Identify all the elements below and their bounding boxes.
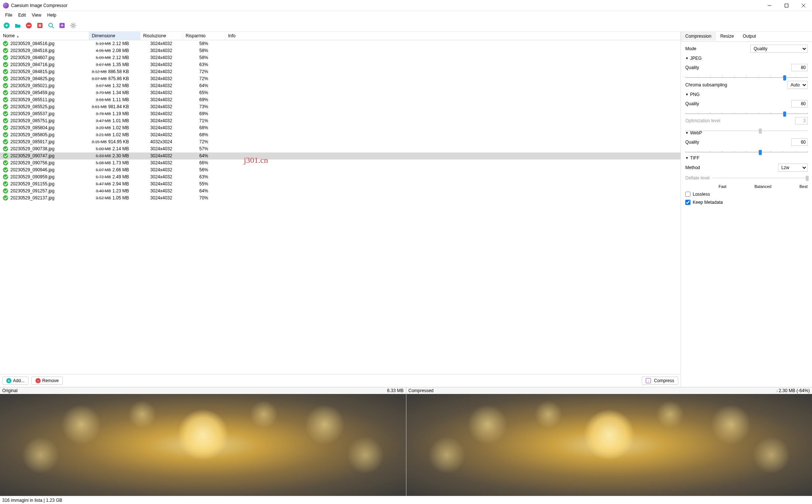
file-resolution: 3024x4032 [140, 117, 182, 124]
table-row[interactable]: 20230529_091155.jpg6.47 MB2.94 MB3024x40… [0, 181, 680, 188]
table-row[interactable]: 20230529_085021.jpg3.67 MB1.32 MB3024x40… [0, 82, 680, 89]
maximize-button[interactable] [778, 0, 795, 11]
table-row[interactable]: 20230529_085804.jpg3.20 MB1.02 MB3024x40… [0, 124, 680, 131]
jpeg-quality-input[interactable] [791, 64, 808, 71]
file-name: 20230529_092137.jpg [10, 195, 54, 200]
add-button[interactable]: +Add... [2, 377, 28, 385]
table-row[interactable]: 20230529_084607.jpg5.09 MB2.12 MB3024x40… [0, 54, 680, 61]
settings-icon[interactable] [69, 21, 78, 30]
table-row[interactable]: 20230529_090946.jpg6.07 MB2.66 MB3024x40… [0, 167, 680, 174]
new-size: 1.02 MB [112, 125, 129, 130]
close-button[interactable] [795, 0, 812, 11]
file-table[interactable]: Nome▲ Dimensione Risoluzione Risparmio I… [0, 32, 680, 374]
table-row[interactable]: 20230529_084815.jpg3.12 MB886.58 KB3024x… [0, 68, 680, 75]
table-row[interactable]: 20230529_084825.jpg3.07 MB875.86 KB3024x… [0, 75, 680, 82]
new-size: 2.12 MB [112, 41, 129, 46]
table-row[interactable]: 20230529_085537.jpg3.78 MB1.19 MB3024x40… [0, 110, 680, 117]
col-size[interactable]: Dimensione [89, 32, 140, 40]
table-row[interactable]: 20230529_091257.jpg3.40 MB1.23 MB3024x40… [0, 188, 680, 195]
file-name: 20230529_091155.jpg [10, 181, 54, 186]
table-row[interactable]: 20230529_090738.jpg5.00 MB2.14 MB3024x40… [0, 145, 680, 152]
file-resolution: 3024x4032 [140, 167, 182, 174]
jpeg-quality-label: Quality [685, 65, 699, 70]
lossless-checkbox[interactable] [685, 192, 690, 197]
new-size: 1.01 MB [112, 118, 129, 123]
compress-icon[interactable] [58, 21, 66, 30]
section-webp[interactable]: ▼WebP [685, 130, 808, 136]
new-size: 2.94 MB [112, 181, 129, 186]
add-folder-icon[interactable] [13, 21, 22, 30]
table-row[interactable]: 20230529_085805.jpg3.21 MB1.02 MB3024x40… [0, 131, 680, 138]
col-info[interactable]: Info [225, 32, 680, 40]
lossless-label: Lossless [693, 192, 710, 197]
tab-resize[interactable]: Resize [716, 32, 738, 41]
table-row[interactable]: 20230529_085525.jpg3.61 MB981.84 KB3024x… [0, 103, 680, 110]
file-savings: 71% [182, 117, 225, 124]
table-row[interactable]: 20230529_090747.jpg6.33 MB2.30 MB3024x40… [0, 152, 680, 160]
menu-view[interactable]: View [29, 12, 44, 18]
table-row[interactable]: 20230529_084518.jpg4.95 MB2.08 MB3024x40… [0, 47, 680, 54]
add-files-icon[interactable] [2, 21, 11, 30]
old-size: 3.78 MB [96, 112, 111, 116]
new-size: 1.32 MB [112, 83, 129, 88]
compress-button[interactable]: ↓Compress [642, 377, 678, 385]
original-preview[interactable] [0, 394, 406, 496]
section-png[interactable]: ▼PNG [685, 92, 808, 97]
col-name[interactable]: Nome▲ [0, 32, 89, 40]
svg-line-23 [75, 23, 75, 24]
triangle-down-icon: ▼ [685, 93, 689, 96]
table-row[interactable]: 20230529_085917.jpg3.15 MB914.95 KB4032x… [0, 138, 680, 145]
file-savings: 64% [182, 82, 225, 89]
method-select[interactable]: Lzw [778, 164, 808, 172]
table-row[interactable]: 20230529_085511.jpg3.56 MB1.11 MB3024x40… [0, 96, 680, 103]
check-icon [3, 132, 8, 137]
file-resolution: 3024x4032 [140, 61, 182, 68]
preview-icon[interactable] [47, 21, 55, 30]
new-size: 981.84 KB [108, 104, 129, 109]
png-quality-input[interactable] [791, 100, 808, 107]
file-resolution: 3024x4032 [140, 82, 182, 89]
col-resolution[interactable]: Risoluzione [140, 32, 182, 40]
bottom-bar: +Add... −Remove ↓Compress [0, 374, 680, 387]
table-row[interactable]: 20230529_084716.jpg3.67 MB1.35 MB3024x40… [0, 61, 680, 68]
table-row[interactable]: 20230529_085459.jpg3.79 MB1.34 MB3024x40… [0, 89, 680, 96]
triangle-down-icon: ▼ [685, 131, 689, 135]
mode-select[interactable]: Quality [750, 45, 808, 53]
tab-compression[interactable]: Compression [681, 32, 716, 41]
file-name: 20230529_085525.jpg [10, 104, 54, 109]
old-size: 3.40 MB [96, 189, 111, 193]
section-jpeg[interactable]: ▼JPEG [685, 56, 808, 61]
deflate-best: Best [799, 184, 808, 189]
old-size: 3.47 MB [96, 119, 111, 123]
file-savings: 55% [182, 181, 225, 188]
clear-icon[interactable] [35, 21, 44, 30]
table-row[interactable]: 20230529_090959.jpg6.72 MB2.49 MB3024x40… [0, 174, 680, 181]
table-row[interactable]: 20230529_092137.jpg3.52 MB1.05 MB3024x40… [0, 195, 680, 202]
section-tiff[interactable]: ▼TIFF [685, 155, 808, 161]
compressed-preview[interactable] [406, 394, 812, 496]
webp-quality-input[interactable] [791, 138, 808, 146]
original-label: Original [2, 388, 17, 393]
remove-icon[interactable] [24, 21, 33, 30]
menu-edit[interactable]: Edit [15, 12, 29, 18]
check-icon [3, 146, 8, 151]
check-icon [3, 118, 8, 123]
table-row[interactable]: 20230529_084516.jpg5.10 MB2.12 MB3024x40… [0, 40, 680, 47]
table-row[interactable]: 20230529_085751.jpg3.47 MB1.01 MB3024x40… [0, 117, 680, 124]
old-size: 3.61 MB [92, 104, 107, 109]
menu-help[interactable]: Help [44, 12, 59, 18]
menu-file[interactable]: File [2, 12, 15, 18]
deflate-slider[interactable] [713, 175, 808, 181]
col-savings[interactable]: Risparmio [182, 32, 225, 40]
keep-metadata-checkbox[interactable] [685, 200, 690, 205]
file-savings: 63% [182, 174, 225, 181]
minimize-button[interactable] [761, 0, 778, 11]
check-icon [3, 41, 8, 46]
file-name: 20230529_084518.jpg [10, 48, 54, 53]
opt-level-input[interactable] [795, 117, 808, 124]
tab-output[interactable]: Output [738, 32, 760, 41]
remove-button[interactable]: −Remove [31, 377, 63, 385]
triangle-down-icon: ▼ [685, 56, 689, 60]
chroma-select[interactable]: Auto [787, 81, 808, 89]
table-row[interactable]: 20230529_090756.jpg5.08 MB1.73 MB3024x40… [0, 160, 680, 167]
